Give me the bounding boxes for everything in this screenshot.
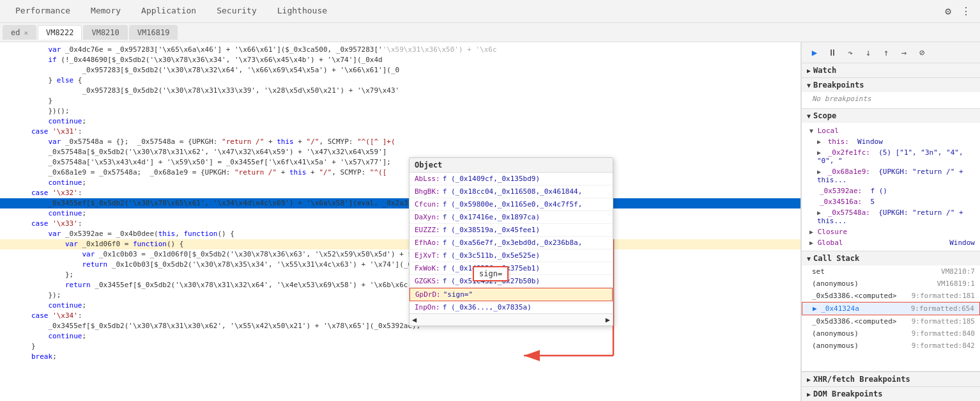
nav-tab-application[interactable]: Application <box>131 1 206 22</box>
code-line: _0x68a1e9 = _0x57548a; _0x68a1e9 = {UPKG… <box>0 168 800 178</box>
scope-5392ae: _0x5392ae: f () <box>807 185 975 196</box>
call-stack-computed-2[interactable]: _0x5d3386.<computed> 9:formatted:185 <box>802 315 980 327</box>
global-scope-header[interactable]: ▶ Global Window <box>807 237 975 248</box>
nav-tab-memory[interactable]: Memory <box>80 1 131 22</box>
code-line: var _0x4dc76e = _0x957283['\x65\x6a\x46'… <box>0 45 800 55</box>
code-line: if (!_0x448690[$_0x5db2('\x30\x78\x36\x3… <box>0 55 800 65</box>
local-arrow-icon: ▼ <box>809 127 813 134</box>
call-stack-section: ▼ Call Stack set VM8210:7 (anonymous) VM… <box>802 251 980 372</box>
code-line: case '\x31': <box>0 127 800 137</box>
code-line-highlighted: var _0x1d06f0 = function() { <box>0 239 800 249</box>
nav-tab-security[interactable]: Security <box>206 1 267 22</box>
tab-vm16819[interactable]: VM16819 <box>129 25 178 40</box>
popup-item-daxyn[interactable]: DaXyn: f (_0x17416e,_0x1897ca) <box>410 211 613 224</box>
popup-scrollbar[interactable]: ◀ ▶ <box>410 313 613 326</box>
dom-arrow-icon: ▶ <box>807 391 811 398</box>
xhr-breakpoints-label: XHR/fetch Breakpoints <box>813 375 910 384</box>
popup-item-bhgbk[interactable]: BhgBK: f (_0x18cc04,_0x116508,_0x461844, <box>410 185 613 198</box>
closure-arrow-icon: ▶ <box>809 228 813 235</box>
call-stack-anonymous-2[interactable]: (anonymous) 9:formatted:840 <box>802 327 980 340</box>
call-stack-header[interactable]: ▼ Call Stack <box>802 251 980 265</box>
call-stack-anonymous-1[interactable]: (anonymous) VM16819:1 <box>802 278 980 290</box>
code-content[interactable]: var _0x4dc76e = _0x957283['\x65\x6a\x46'… <box>0 42 800 401</box>
step-button[interactable]: → <box>896 45 912 60</box>
call-stack-41324a[interactable]: ▶ _0x41324a 9:formatted:654 <box>802 302 980 315</box>
code-line: } <box>0 96 800 106</box>
nav-tab-performance[interactable]: Performance <box>5 1 80 22</box>
tab-label-vm16819: VM16819 <box>137 28 170 37</box>
step-over-button[interactable]: ↷ <box>843 45 858 60</box>
popup-item-gzgks[interactable]: GZGKS: f (_0x51c452,_0x27b50b) <box>410 275 613 288</box>
code-line: _0x57548a[$_0x5db2('\x30\x78\x31\x62', '… <box>0 147 800 157</box>
code-line: var _0x1c0b03 = _0x1d06f0[$_0x5db2('\x30… <box>0 249 800 260</box>
code-line: } else { <box>0 75 800 86</box>
object-popup[interactable]: Object AbLss: f (_0x1409cf,_0x135bd9) Bh… <box>409 157 613 326</box>
breakpoints-label: Breakpoints <box>813 81 864 90</box>
step-into-button[interactable]: ↓ <box>861 45 876 60</box>
popup-overlay: Object AbLss: f (_0x1409cf,_0x135bd9) Bh… <box>409 157 613 326</box>
code-line: continue; <box>0 331 800 342</box>
global-arrow-icon: ▶ <box>809 239 813 246</box>
active-frame-icon: ▶ <box>813 304 821 313</box>
tab-ed[interactable]: ed ✕ <box>3 25 36 40</box>
code-line: return _0x1c0b03[$_0x5db2('\x30\x78\x35\… <box>0 260 800 270</box>
code-line: var _0x5392ae = _0x4b0dee(this, function… <box>0 229 800 239</box>
popup-header: Object <box>410 158 613 173</box>
tab-close-ed[interactable]: ✕ <box>24 29 28 37</box>
code-line: continue; <box>0 208 800 219</box>
code-line: continue; <box>0 178 800 188</box>
code-line: var _0x57548a = {}; _0x57548a = {UPKGH: … <box>0 137 800 147</box>
watch-section: ▶ Watch <box>802 63 980 78</box>
xhr-breakpoints-header[interactable]: ▶ XHR/fetch Breakpoints <box>802 372 980 386</box>
code-panel[interactable]: var _0x4dc76e = _0x957283['\x65\x6a\x46'… <box>0 42 801 401</box>
scope-content: ▼ Local ▶ this: Window ▶ _0x2fe1fc: (5) … <box>802 123 980 251</box>
call-stack-anonymous-3[interactable]: (anonymous) 9:formatted:842 <box>802 340 980 352</box>
settings-icon[interactable]: ⚙ <box>939 3 957 20</box>
deactivate-breakpoints-button[interactable]: ⊘ <box>914 45 930 60</box>
watch-label: Watch <box>813 66 836 75</box>
resume-button[interactable]: ▶ <box>807 45 822 60</box>
call-stack-arrow-icon: ▼ <box>807 255 811 262</box>
tab-label-vm8222: VM8222 <box>46 28 73 37</box>
popup-item-ejxvt[interactable]: EjXvT: f (_0x3c511b,_0x5e525e) <box>410 249 613 262</box>
global-scope-label: Global <box>818 239 843 247</box>
tab-label-ed: ed <box>11 28 20 37</box>
debug-toolbar: ▶ ⏸ ↷ ↓ ↑ → ⊘ <box>802 42 980 63</box>
code-line: }; <box>0 270 800 280</box>
code-line: })(); <box>0 106 800 116</box>
breakpoints-header[interactable]: ▼ Breakpoints <box>802 78 980 92</box>
call-stack-set[interactable]: set VM8210:7 <box>802 265 980 278</box>
popup-content[interactable]: AbLss: f (_0x1409cf,_0x135bd9) BhgBK: f … <box>410 173 613 313</box>
local-scope-header[interactable]: ▼ Local <box>807 125 975 136</box>
code-line: _0x957283[$_0x5db2('\x30\x78\x32\x64', '… <box>0 65 800 75</box>
tab-vm8210[interactable]: VM8210 <box>83 25 127 40</box>
scope-label: Scope <box>813 111 836 120</box>
code-line: case '\x34': <box>0 311 800 321</box>
code-line: case '\x33': <box>0 219 800 229</box>
popup-item-ablss[interactable]: AbLss: f (_0x1409cf,_0x135bd9) <box>410 173 613 185</box>
closure-scope-header[interactable]: ▶ Closure <box>807 226 975 237</box>
dom-breakpoints-header[interactable]: ▶ DOM Breakpoints <box>802 386 980 401</box>
popup-item-inpon[interactable]: InpOn: f (_0x36...,_0x7835a) <box>410 301 613 313</box>
tab-vm8222[interactable]: VM8222 <box>38 25 82 40</box>
popup-item-gpdrd[interactable]: GpDrD: "sign=" <box>410 288 613 301</box>
popup-item-euzzz[interactable]: EUZZZ: f (_0x38519a,_0x45fee1) <box>410 224 613 237</box>
sign-tooltip: sign= <box>473 266 509 281</box>
pause-button[interactable]: ⏸ <box>825 45 840 60</box>
more-icon[interactable]: ⋮ <box>957 3 975 20</box>
closure-scope-label: Closure <box>818 228 847 236</box>
step-out-button[interactable]: ↑ <box>878 45 894 60</box>
tab-label-vm8210: VM8210 <box>91 28 119 37</box>
local-scope-label: Local <box>818 127 839 135</box>
scope-header[interactable]: ▼ Scope <box>802 109 980 123</box>
scope-arrow-icon: ▼ <box>807 113 811 120</box>
nav-tab-lighthouse[interactable]: Lighthouse <box>267 1 337 22</box>
code-line: _0x3455ef[$_0x5db2('\x30\x78\x31\x30\x62… <box>0 321 800 331</box>
popup-item-fxwok[interactable]: FxWoK: f (_0x148236,_0x375eb1) <box>410 262 613 275</box>
call-stack-computed-1[interactable]: _0x5d3386.<computed> 9:formatted:181 <box>802 290 980 302</box>
watch-header[interactable]: ▶ Watch <box>802 63 980 77</box>
code-line-selected: _0x3455ef[$_0x5db2('\x30\x78\x65\x61', '… <box>0 198 800 208</box>
popup-item-efhao[interactable]: EfhAo: f (_0xa56e7f,_0x3ebd0d,_0x236b8a, <box>410 237 613 249</box>
popup-item-cfcun[interactable]: Cfcun: f (_0x59800e,_0x1165e0,_0x4c7f5f, <box>410 198 613 211</box>
scope-this: ▶ this: Window <box>807 136 975 147</box>
